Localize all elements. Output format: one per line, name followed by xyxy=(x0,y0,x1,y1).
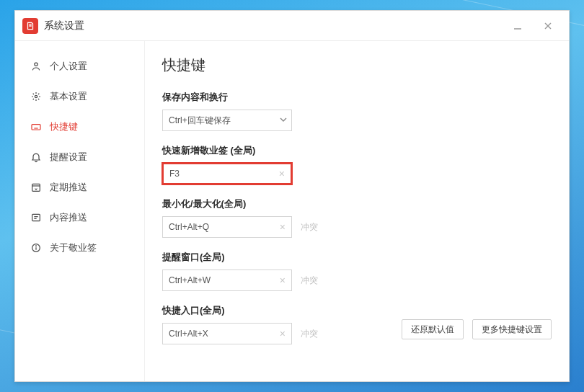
button-label: 还原默认值 xyxy=(411,324,454,336)
sidebar-item-label: 关于敬业签 xyxy=(50,241,97,254)
titlebar: 系统设置 xyxy=(15,11,569,41)
field-label: 最小化/最大化(全局) xyxy=(162,197,552,210)
sidebar-item-label: 个人设置 xyxy=(50,60,87,73)
clear-icon[interactable]: × xyxy=(279,169,285,179)
sidebar: 个人设置 基本设置 快捷键 提醒设置 xyxy=(15,41,145,381)
sidebar-item-reminder[interactable]: 提醒设置 xyxy=(15,142,144,172)
svg-point-17 xyxy=(36,246,37,246)
app-icon xyxy=(22,18,38,34)
sidebar-item-basic[interactable]: 基本设置 xyxy=(15,81,144,112)
footer-buttons: 还原默认值 更多快捷键设置 xyxy=(402,319,552,339)
field-label: 快速新增敬业签 (全局) xyxy=(162,144,552,157)
clear-icon[interactable]: × xyxy=(280,329,286,339)
restore-defaults-button[interactable]: 还原默认值 xyxy=(402,319,464,339)
select-value: Ctrl+回车键保存 xyxy=(169,115,231,127)
calendar-icon xyxy=(30,182,43,193)
content-area: 快捷键 保存内容和换行 Ctrl+回车键保存 快速新增敬业签 (全局) F3 × xyxy=(145,41,569,381)
hotkey-value: Ctrl+Alt+Q xyxy=(169,222,209,232)
field-label: 快捷入口(全局) xyxy=(162,304,552,317)
conflict-label: 冲突 xyxy=(301,275,318,287)
field-label: 提醒窗口(全局) xyxy=(162,251,552,264)
save-mode-select[interactable]: Ctrl+回车键保存 xyxy=(162,110,292,131)
svg-point-3 xyxy=(35,63,37,66)
user-icon xyxy=(30,61,43,72)
sidebar-item-label: 快捷键 xyxy=(50,120,78,133)
chevron-down-icon xyxy=(280,115,287,125)
field-minmax: 最小化/最大化(全局) Ctrl+Alt+Q × 冲突 xyxy=(162,197,552,238)
close-button[interactable] xyxy=(536,16,560,36)
svg-rect-10 xyxy=(32,184,40,191)
sidebar-item-label: 定期推送 xyxy=(50,181,87,194)
gear-icon xyxy=(30,91,43,102)
bell-icon xyxy=(30,151,43,163)
conflict-label: 冲突 xyxy=(301,328,318,340)
sidebar-item-schedule-push[interactable]: 定期推送 xyxy=(15,172,144,202)
sidebar-item-label: 提醒设置 xyxy=(50,151,87,164)
svg-rect-5 xyxy=(32,125,40,130)
button-label: 更多快捷键设置 xyxy=(482,324,542,336)
conflict-label: 冲突 xyxy=(301,221,318,233)
field-remind: 提醒窗口(全局) Ctrl+Alt+W × 冲突 xyxy=(162,251,552,291)
clear-icon[interactable]: × xyxy=(280,275,286,285)
content-icon xyxy=(30,212,43,223)
more-shortcuts-button[interactable]: 更多快捷键设置 xyxy=(472,319,552,339)
sidebar-item-content-push[interactable]: 内容推送 xyxy=(15,202,144,233)
sidebar-item-label: 基本设置 xyxy=(50,90,87,103)
sidebar-item-personal[interactable]: 个人设置 xyxy=(15,51,144,81)
sidebar-item-shortcuts[interactable]: 快捷键 xyxy=(15,112,144,142)
hotkey-value: F3 xyxy=(169,169,180,179)
field-save: 保存内容和换行 Ctrl+回车键保存 xyxy=(162,91,552,131)
hotkey-value: Ctrl+Alt+W xyxy=(169,275,211,285)
hotkey-input-remind[interactable]: Ctrl+Alt+W × xyxy=(162,270,292,291)
keyboard-icon xyxy=(30,121,43,133)
hotkey-input-new-note[interactable]: F3 × xyxy=(162,163,292,184)
svg-rect-12 xyxy=(32,214,40,220)
svg-point-4 xyxy=(35,95,37,97)
field-new-note: 快速新增敬业签 (全局) F3 × xyxy=(162,144,552,184)
hotkey-input-minmax[interactable]: Ctrl+Alt+Q × xyxy=(162,216,292,238)
hotkey-value: Ctrl+Alt+X xyxy=(169,329,208,339)
sidebar-item-label: 内容推送 xyxy=(50,211,87,224)
page-title: 快捷键 xyxy=(162,55,552,75)
info-icon xyxy=(30,242,43,254)
field-label: 保存内容和换行 xyxy=(162,91,552,104)
minimize-button[interactable] xyxy=(505,16,530,36)
clear-icon[interactable]: × xyxy=(280,222,286,232)
settings-window: 系统设置 个人设置 基本设置 xyxy=(14,10,570,382)
window-title: 系统设置 xyxy=(44,19,84,32)
hotkey-input-entry[interactable]: Ctrl+Alt+X × xyxy=(162,323,292,344)
sidebar-item-about[interactable]: 关于敬业签 xyxy=(15,233,144,263)
